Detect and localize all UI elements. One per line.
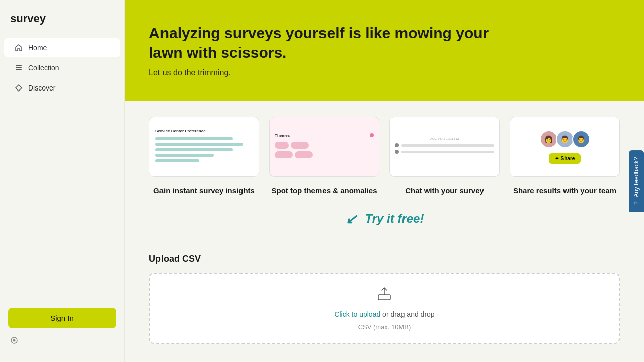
preview-bar-3 bbox=[155, 148, 233, 151]
upload-section: Upload CSV Click to upload or drag and d… bbox=[125, 254, 644, 360]
try-free-area: ↙ Try it free! bbox=[149, 212, 620, 226]
preview-bar-4 bbox=[155, 154, 214, 157]
try-free-text: ↙ Try it free! bbox=[345, 212, 424, 226]
feature-chat-label: Chat with your survey bbox=[405, 185, 484, 196]
preview-share-button[interactable]: ✦ Share bbox=[549, 153, 581, 164]
sidebar-item-home-label: Home bbox=[28, 44, 47, 52]
preview-chat-row-2 bbox=[395, 150, 494, 154]
hero-banner: Analyzing surveys yourself is like mowin… bbox=[125, 0, 644, 101]
feedback-question-icon: ? bbox=[633, 201, 640, 205]
preview-chat-date: AUG 24 AT 12:11 PM bbox=[395, 137, 494, 140]
feedback-tab[interactable]: ? Any feedback? bbox=[629, 150, 644, 212]
svg-point-5 bbox=[13, 339, 16, 342]
home-icon bbox=[14, 43, 23, 52]
preview-survey-title: Service Center Preference bbox=[155, 129, 253, 133]
svg-rect-6 bbox=[378, 295, 390, 300]
pill-3 bbox=[275, 151, 293, 158]
sign-in-button[interactable]: Sign In bbox=[8, 308, 116, 328]
sidebar-bottom bbox=[0, 332, 124, 350]
discover-icon bbox=[14, 83, 23, 93]
preview-themes-header: Themes bbox=[275, 133, 374, 138]
sidebar-nav: Home Collection Discover bbox=[0, 37, 124, 300]
preview-bar-2 bbox=[155, 143, 243, 146]
settings-icon bbox=[10, 336, 18, 346]
preview-chat-row-1 bbox=[395, 143, 494, 147]
upload-icon bbox=[376, 286, 392, 305]
preview-chat-dot-1 bbox=[395, 143, 399, 147]
feature-insights: Service Center Preference Gain instant s… bbox=[149, 117, 259, 196]
feature-insights-label: Gain instant survey insights bbox=[153, 185, 255, 196]
preview-themes-title: Themes bbox=[275, 133, 290, 138]
feature-chat: AUG 24 AT 12:11 PM Chat with your survey bbox=[389, 117, 500, 196]
preview-pills-row-2 bbox=[275, 151, 374, 158]
sidebar-item-discover-label: Discover bbox=[28, 84, 55, 92]
pill-1 bbox=[275, 142, 289, 149]
feature-share: 👩 👨 👨 ✦ Share Share results with your te… bbox=[510, 117, 620, 196]
feature-share-label: Share results with your team bbox=[513, 185, 616, 196]
sidebar-item-collection-label: Collection bbox=[28, 64, 59, 72]
preview-themes-content: Themes bbox=[270, 128, 379, 166]
feature-share-preview: 👩 👨 👨 ✦ Share bbox=[510, 117, 620, 177]
feature-themes: Themes Spot top themes & anomali bbox=[269, 117, 379, 196]
feature-themes-label: Spot top themes & anomalies bbox=[271, 185, 377, 196]
share-label: Share bbox=[561, 156, 575, 161]
pill-2 bbox=[291, 142, 309, 149]
avatar-1: 👩 bbox=[540, 130, 558, 148]
preview-bar-1 bbox=[155, 137, 233, 140]
app-logo: survey bbox=[0, 12, 124, 37]
svg-marker-3 bbox=[16, 85, 22, 91]
preview-chat-line-2 bbox=[401, 151, 494, 153]
pill-4 bbox=[295, 151, 313, 158]
upload-drag-text: or drag and drop bbox=[380, 310, 434, 318]
preview-dot-pink bbox=[370, 133, 374, 137]
preview-avatars: 👩 👨 👨 bbox=[540, 130, 590, 148]
feature-insights-preview: Service Center Preference bbox=[149, 117, 259, 177]
try-free-label: Try it free! bbox=[365, 212, 424, 225]
preview-chat-dot-2 bbox=[395, 150, 399, 154]
avatar-3: 👨 bbox=[572, 130, 590, 148]
preview-bar-5 bbox=[155, 159, 199, 162]
upload-dropzone[interactable]: Click to upload or drag and drop CSV (ma… bbox=[149, 273, 620, 344]
sidebar-item-home[interactable]: Home bbox=[4, 38, 120, 57]
svg-rect-2 bbox=[16, 69, 22, 70]
feature-chat-preview: AUG 24 AT 12:11 PM bbox=[389, 117, 500, 177]
features-grid: Service Center Preference Gain instant s… bbox=[149, 117, 620, 196]
sign-in-section: Sign In bbox=[8, 308, 116, 328]
hero-subtitle: Let us do the trimming. bbox=[149, 68, 620, 77]
preview-chat-content: AUG 24 AT 12:11 PM bbox=[390, 132, 499, 161]
feedback-label: Any feedback? bbox=[633, 157, 640, 197]
svg-rect-1 bbox=[16, 67, 22, 68]
preview-share-content: 👩 👨 👨 ✦ Share bbox=[540, 130, 590, 164]
hero-title: Analyzing surveys yourself is like mowin… bbox=[149, 23, 491, 62]
sidebar-item-discover[interactable]: Discover bbox=[4, 78, 120, 98]
avatar-2: 👨 bbox=[556, 130, 574, 148]
collection-icon bbox=[14, 63, 23, 72]
try-arrow: ↙ bbox=[345, 211, 357, 227]
features-section: Service Center Preference Gain instant s… bbox=[125, 101, 644, 254]
upload-click-link[interactable]: Click to upload bbox=[334, 310, 380, 318]
main-content: Analyzing surveys yourself is like mowin… bbox=[125, 0, 644, 362]
share-icon-small: ✦ bbox=[555, 156, 559, 161]
preview-pills-row-1 bbox=[275, 142, 374, 149]
sidebar: survey Home Collection Discover Sign In bbox=[0, 0, 125, 362]
svg-rect-0 bbox=[16, 65, 22, 66]
sidebar-item-collection[interactable]: Collection bbox=[4, 58, 120, 77]
upload-title: Upload CSV bbox=[149, 254, 620, 264]
preview-chat-line-1 bbox=[401, 144, 494, 147]
upload-hint: CSV (max. 10MB) bbox=[358, 323, 411, 331]
preview-survey-content: Service Center Preference bbox=[149, 123, 259, 171]
upload-text: Click to upload or drag and drop bbox=[334, 310, 434, 318]
feature-themes-preview: Themes bbox=[269, 117, 379, 177]
